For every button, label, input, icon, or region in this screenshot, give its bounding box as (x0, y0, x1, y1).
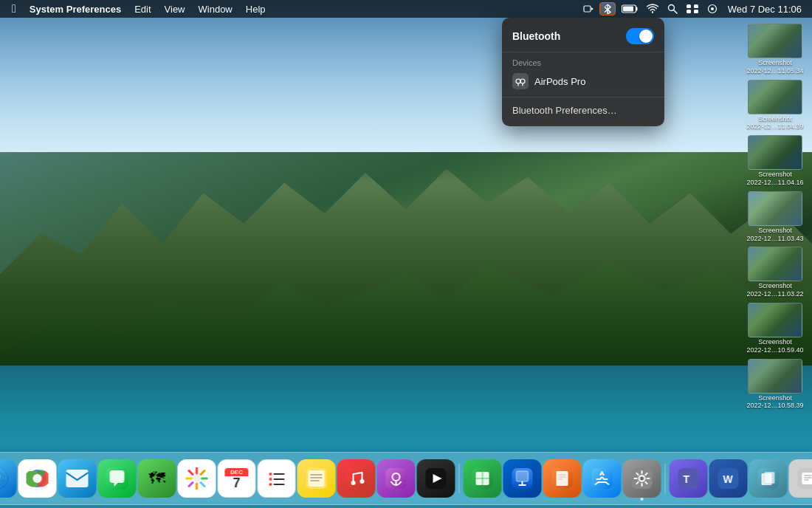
dock-teams[interactable]: T (670, 459, 708, 498)
screenshot-label-2: Screenshot 2022-12…11.04.16 (746, 171, 803, 187)
screenshot-label-0: Screenshot 2022-12…11.05.34 (746, 59, 803, 75)
dock-appstore[interactable] (583, 459, 622, 498)
dock-messages[interactable] (98, 459, 137, 498)
desktop-background (0, 0, 812, 508)
dock-keynote[interactable] (503, 459, 542, 498)
menubar:  System Preferences Edit View Window He… (0, 0, 812, 18)
desktop:  System Preferences Edit View Window He… (0, 0, 812, 508)
screenshot-item-0[interactable]: Screenshot 2022-12…11.05.34 (741, 22, 809, 77)
dock-calendar[interactable]: DEC 7 (218, 459, 256, 498)
menubar-window[interactable]: Window (193, 2, 238, 16)
dock-word-2[interactable] (789, 459, 813, 498)
bluetooth-title: Bluetooth (512, 30, 560, 42)
screenshot-thumb-5 (748, 303, 802, 337)
screenshot-thumb-4 (748, 247, 802, 281)
screenshot-thumb-1 (748, 80, 802, 114)
screenshot-label-3: Screenshot 2022-12…11.03.43 (746, 227, 803, 243)
menubar-datetime: Wed 7 Dec 11:06 (723, 4, 806, 15)
dock-system-preferences[interactable] (623, 459, 661, 498)
dock-chrome[interactable] (18, 459, 57, 498)
svg-rect-81 (802, 473, 813, 484)
dock-mail[interactable] (58, 459, 97, 498)
svg-text:W: W (723, 473, 734, 485)
dock-appletv[interactable] (417, 459, 455, 498)
menubar-view[interactable]: View (159, 2, 191, 16)
svg-rect-9 (694, 4, 698, 8)
dock-photos[interactable] (178, 459, 216, 498)
screenshot-thumb-3 (748, 191, 802, 226)
menubar-edit[interactable]: Edit (128, 2, 156, 16)
airpods-name: AirPods Pro (534, 76, 585, 87)
screenshot-item-4[interactable]: Screenshot 2022-12…11.03.22 (741, 245, 809, 300)
bluetooth-header: Bluetooth (502, 24, 664, 49)
svg-rect-4 (636, 7, 637, 11)
screenshot-label-6: Screenshot 2022-12…10.58.39 (746, 394, 803, 411)
svg-rect-48 (346, 468, 367, 489)
dock-pages[interactable] (543, 459, 582, 498)
screenshot-label-1: Screenshot 2022-12…11.04.39 (746, 115, 803, 131)
svg-rect-3 (623, 7, 633, 12)
dock-reminders[interactable] (258, 459, 296, 498)
dock-music[interactable] (337, 459, 376, 498)
focus-icon[interactable] (704, 2, 720, 16)
menubar-help[interactable]: Help (240, 2, 272, 16)
screenshot-item-6[interactable]: Screenshot 2022-12…10.58.39 (741, 357, 809, 412)
screenshots-sidebar: Screenshot 2022-12…11.05.34 Screenshot 2… (738, 18, 812, 449)
svg-text:T: T (684, 473, 690, 485)
airpods-icon (512, 73, 529, 89)
apple-menu-icon[interactable]:  (6, 2, 22, 16)
svg-point-49 (351, 481, 356, 485)
dock-numbers[interactable] (464, 459, 502, 498)
svg-rect-7 (687, 4, 691, 8)
svg-point-32 (33, 474, 42, 483)
dock-notes[interactable] (297, 459, 336, 498)
svg-point-50 (360, 479, 365, 484)
bluetooth-toggle[interactable] (626, 28, 654, 44)
menubar-app-name[interactable]: System Preferences (24, 2, 127, 16)
svg-point-39 (269, 478, 272, 481)
svg-point-13 (516, 79, 520, 83)
svg-rect-0 (584, 6, 591, 12)
spotlight-icon[interactable] (664, 2, 681, 16)
dock-maps[interactable]: 🗺 (138, 459, 176, 498)
screenshot-thumb-2 (748, 135, 802, 170)
bluetooth-menubar-icon[interactable] (599, 2, 616, 16)
svg-point-14 (520, 79, 525, 83)
screenshot-item-5[interactable]: Screenshot 2022-12…10.59.40 (741, 301, 809, 356)
screenshot-item-3[interactable]: Screenshot 2022-12…11.03.43 (741, 190, 809, 244)
bluetooth-dropdown: Bluetooth Devices AirPods Pro Bluetooth … (502, 18, 664, 126)
wifi-icon[interactable] (644, 2, 661, 16)
screenshot-label-4: Screenshot 2022-12…11.03.22 (746, 282, 803, 298)
dock-podcasts[interactable] (377, 459, 416, 498)
svg-rect-79 (765, 472, 775, 484)
screenshot-thumb-6 (748, 359, 802, 394)
menubar-right: Wed 7 Dec 11:06 (580, 2, 806, 16)
devices-section-label: Devices (502, 55, 664, 69)
svg-rect-44 (309, 470, 325, 487)
battery-icon[interactable] (619, 2, 641, 16)
screenshot-item-1[interactable]: Screenshot 2022-12…11.04.39 (741, 78, 809, 133)
svg-point-36 (193, 475, 201, 482)
bluetooth-preferences-link[interactable]: Bluetooth Preferences… (502, 100, 664, 120)
dock-safari[interactable] (0, 459, 17, 498)
svg-point-72 (640, 477, 644, 481)
svg-point-12 (711, 7, 714, 10)
screenshot-thumb-0 (748, 24, 802, 58)
dock-separator-2 (665, 464, 666, 493)
svg-line-6 (673, 10, 677, 14)
svg-rect-65 (557, 471, 568, 486)
screenshot-label-5: Screenshot 2022-12…10.59.40 (746, 338, 803, 354)
control-center-icon[interactable] (684, 2, 701, 16)
svg-rect-61 (517, 471, 529, 481)
dock-separator-1 (459, 464, 460, 493)
airpods-device-row[interactable]: AirPods Pro (502, 69, 664, 94)
dropdown-separator (502, 52, 664, 52)
dock-word[interactable]: W (709, 459, 748, 498)
screenrecord-icon[interactable] (580, 2, 596, 16)
dock-preview[interactable] (749, 459, 788, 498)
screenshot-item-2[interactable]: Screenshot 2022-12…11.04.16 (741, 134, 809, 188)
dock: 🚀 (0, 452, 812, 505)
svg-point-41 (269, 483, 272, 486)
svg-marker-1 (591, 7, 593, 10)
svg-rect-8 (687, 10, 691, 13)
